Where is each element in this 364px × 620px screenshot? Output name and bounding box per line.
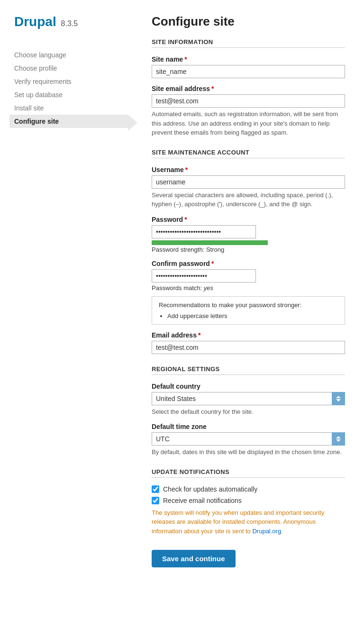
update-notifications-header: UPDATE NOTIFICATIONS [152,468,345,478]
default-country-group: Default country United States Select the… [152,383,345,417]
confirm-password-input[interactable] [152,269,256,283]
recommendations-list: Add uppercase letters [159,312,338,319]
default-timezone-select[interactable]: UTC [152,432,345,446]
password-strength-text: Password strength: Strong [152,246,345,253]
site-name-label: Site name* [152,55,345,63]
receive-email-row: Receive email notifications [152,497,345,504]
site-name-input[interactable] [152,65,345,78]
sidebar-item-choose-language[interactable]: Choose language [14,48,128,62]
check-updates-label[interactable]: Check for updates automatically [163,485,257,493]
timezone-hint: By default, dates in this site will be d… [152,447,345,457]
default-timezone-group: Default time zone UTC By default, dates … [152,423,345,457]
password-strength-value: Strong [206,246,224,253]
sidebar-item-verify-requirements[interactable]: Verify requirements [14,75,128,88]
recommendation-item: Add uppercase letters [167,312,338,319]
check-updates-checkbox[interactable] [152,485,159,493]
regional-settings-header: REGIONAL SETTINGS [152,365,345,375]
receive-email-label[interactable]: Receive email notifications [163,497,242,504]
regional-settings-section: REGIONAL SETTINGS Default country United… [152,365,345,457]
sidebar-item-configure-site[interactable]: Configure site [9,115,128,128]
logo-drupal: Drupal [14,14,56,29]
password-strength-bar [152,240,268,245]
confirm-password-required: * [211,260,214,267]
username-label: Username* [152,166,345,173]
email-required: * [198,331,200,339]
sidebar: Drupal 8.3.5 Choose language Choose prof… [0,0,137,620]
site-name-group: Site name* [152,55,345,78]
email-address-input[interactable] [152,341,345,354]
site-email-required: * [211,85,214,92]
default-country-label: Default country [152,383,345,390]
recommendations-box: Recommendations to make your password st… [152,296,345,325]
main-content: Configure site SITE INFORMATION Site nam… [137,0,364,620]
passwords-match-text: Passwords match: yes [152,284,345,292]
passwords-match-value: yes [204,284,213,292]
password-required: * [184,216,187,223]
site-name-required: * [184,55,187,63]
receive-email-checkbox[interactable] [152,497,159,504]
username-group: Username* Several special characters are… [152,166,345,209]
site-email-hint: Automated emails, such as registration i… [152,109,345,137]
email-address-group: Email address* [152,331,345,354]
page-title: Configure site [152,14,345,29]
nav-list: Choose language Choose profile Verify re… [14,48,128,128]
username-required: * [185,166,188,173]
sidebar-item-set-up-database[interactable]: Set up database [14,88,128,101]
password-group: Password* Password strength: Strong [152,216,345,253]
email-address-label: Email address* [152,331,345,339]
confirm-password-group: Confirm password* Passwords match: yes R… [152,260,345,325]
default-timezone-select-wrapper: UTC [152,432,345,446]
password-label: Password* [152,216,345,223]
default-country-hint: Select the default country for the site. [152,407,345,417]
check-updates-row: Check for updates automatically [152,485,345,493]
drupal-org-link[interactable]: Drupal.org [252,528,281,535]
username-hint: Several special characters are allowed, … [152,191,345,209]
maintenance-account-section: SITE MAINTENANCE ACCOUNT Username* Sever… [152,149,345,354]
logo-version: 8.3.5 [61,19,78,27]
confirm-password-label: Confirm password* [152,260,345,267]
maintenance-header: SITE MAINTENANCE ACCOUNT [152,149,345,158]
sidebar-item-choose-profile[interactable]: Choose profile [14,62,128,75]
site-email-group: Site email address* Automated emails, su… [152,85,345,137]
default-country-select[interactable]: United States [152,392,345,405]
update-notifications-section: UPDATE NOTIFICATIONS Check for updates a… [152,468,345,536]
default-country-select-wrapper: United States [152,392,345,405]
logo-area: Drupal 8.3.5 [14,14,128,29]
username-input[interactable] [152,175,345,189]
save-and-continue-button[interactable]: Save and continue [152,550,236,567]
site-email-input[interactable] [152,94,345,108]
site-email-label: Site email address* [152,85,345,92]
default-timezone-label: Default time zone [152,423,345,430]
notification-hint: The system will notify you when updates … [152,508,345,536]
recommendations-title: Recommendations to make your password st… [159,301,301,309]
password-input[interactable] [152,225,256,238]
site-info-header: SITE INFORMATION [152,38,345,48]
site-information-section: SITE INFORMATION Site name* Site email a… [152,38,345,137]
sidebar-item-install-site[interactable]: Install site [14,101,128,115]
